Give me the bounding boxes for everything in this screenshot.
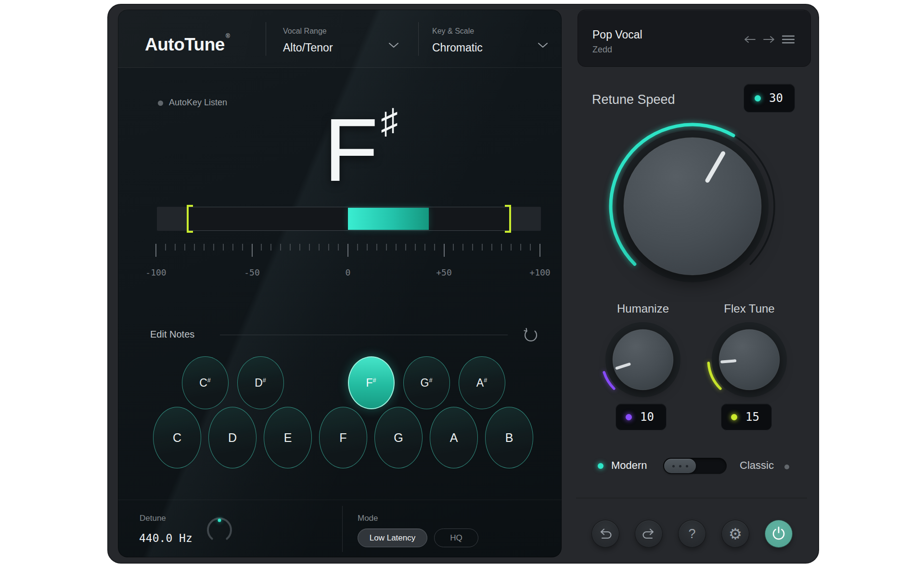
settings-button[interactable]: ⚙ [721,520,749,548]
note-label: C# [199,377,211,390]
note-button-c[interactable]: C [153,407,201,468]
meter-tick [338,244,339,251]
note-label: D# [255,377,266,390]
meter-tick [299,244,300,251]
key-scale-dropdown[interactable]: Key & Scale Chromatic [426,18,555,61]
voicing-classic-label[interactable]: Classic [740,459,774,472]
detune-label: Detune [140,514,166,523]
mode-label: Mode [358,514,378,523]
toggle-handle[interactable] [664,459,696,473]
meter-bracket-right[interactable] [505,205,511,233]
note-label: B [505,431,513,445]
note-button-a[interactable]: A [430,407,478,468]
mode-low-latency-button[interactable]: Low Latency [358,528,427,547]
help-button[interactable]: ? [678,520,706,548]
meter-tick [453,244,454,251]
meter-tick [261,244,262,251]
meter-tick [415,244,416,251]
note-button-f-sharp[interactable]: F# [348,356,395,409]
flex-tune-knob[interactable] [701,312,797,408]
note-button-a-sharp[interactable]: A# [459,356,505,409]
flex-tune-readout[interactable]: 15 [721,403,772,430]
previous-preset-button[interactable] [742,32,758,47]
redo-icon [642,528,656,540]
meter-tick [252,244,253,257]
retune-speed-value: 30 [769,91,783,105]
meter-tick [242,244,243,251]
retune-speed-readout[interactable]: 30 [744,84,795,113]
retune-speed-knob[interactable] [596,110,789,302]
note-button-b[interactable]: B [485,407,533,468]
preset-name: Pop Vocal [592,28,642,41]
right-panel-divider [576,498,807,499]
undo-button[interactable] [591,520,619,548]
key-scale-value: Chromatic [432,41,483,54]
yellow-dot-icon [731,414,737,420]
redo-button[interactable] [635,520,663,548]
meter-tick-label: +50 [436,267,452,277]
humanize-readout[interactable]: 10 [616,403,667,430]
handle-grip-dot [672,465,675,467]
reset-notes-button[interactable] [521,326,540,345]
meter-tick [155,244,156,257]
humanize-knob[interactable] [595,312,691,408]
note-label: E [284,431,292,445]
meter-tick [328,244,329,251]
note-button-f[interactable]: F [319,407,367,468]
main-panel: AutoTune® Vocal Range Alto/Tenor Key & S… [118,10,562,557]
meter-bracket-left[interactable] [187,205,192,233]
meter-tick [290,244,291,251]
note-button-g[interactable]: G [374,407,423,468]
meter-tick [491,244,492,251]
meter-tick [184,244,185,251]
modern-classic-toggle[interactable] [663,458,727,474]
note-button-e[interactable]: E [264,407,312,468]
humanize-value: 10 [640,410,654,424]
meter-tick [347,244,348,257]
voicing-modern-label[interactable]: Modern [611,459,647,472]
meter-tick [204,244,205,251]
meter-tick [444,244,445,257]
meter-tick [472,244,473,251]
note-label: D [228,431,237,445]
meter-tick [386,244,387,251]
meter-tick [501,244,502,251]
note-button-d[interactable]: D [208,407,257,468]
preset-menu-button[interactable] [780,32,796,47]
meter-tick [520,244,521,251]
vocal-range-value: Alto/Tenor [283,41,333,54]
meter-tick-label: -50 [244,267,260,277]
gear-icon: ⚙ [729,527,742,541]
vocal-range-dropdown[interactable]: Vocal Range Alto/Tenor [277,18,406,61]
note-label: G [394,431,403,445]
note-button-c-sharp[interactable]: C# [182,356,229,409]
pitch-meter-fill [348,208,429,230]
meter-tick-label: 0 [346,267,351,277]
handle-grip-dot [679,465,681,467]
note-label: F# [366,377,376,390]
power-icon [771,527,786,541]
note-label: C [173,431,181,445]
preset-browser[interactable]: Pop Vocal Zedd [578,10,811,67]
meter-tick [424,244,425,251]
note-button-d-sharp[interactable]: D# [237,356,284,409]
power-button[interactable] [765,520,793,548]
header-divider [418,22,419,56]
note-button-g-sharp[interactable]: G# [403,356,450,409]
meter-tick [405,244,406,251]
mode-hq-button[interactable]: HQ [434,528,478,547]
teal-dot-icon [755,95,761,101]
meter-tick [539,244,540,257]
meter-tick [232,244,233,251]
meter-tick [223,244,224,251]
meter-tick-label: +100 [529,267,550,277]
next-preset-button[interactable] [761,32,777,47]
plugin-window: AutoTune® Vocal Range Alto/Tenor Key & S… [107,4,819,564]
note-label: A# [476,377,487,390]
meter-tick [376,244,377,251]
meter-tick [434,244,435,251]
autokey-status-dot [158,101,163,106]
edit-notes-label: Edit Notes [150,329,194,340]
header-divider [266,22,266,56]
detune-knob[interactable] [203,513,236,547]
